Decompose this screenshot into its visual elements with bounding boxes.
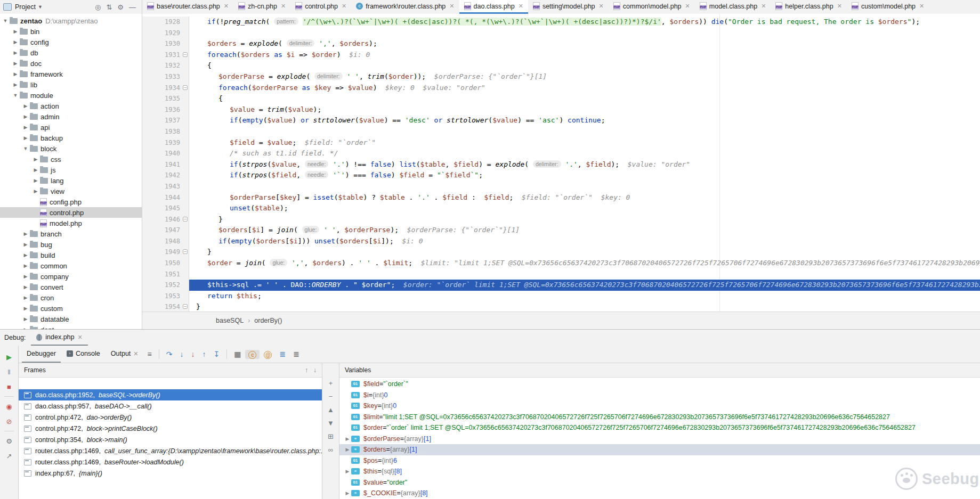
chevron-right-icon[interactable]: ▶	[22, 263, 29, 268]
collapse-all-icon[interactable]: ⇅	[106, 3, 112, 11]
chevron-right-icon[interactable]: ▶	[22, 295, 29, 300]
code-line-1939[interactable]: 1939$field = $value; $field: "`order`"	[142, 137, 980, 149]
chevron-right-icon[interactable]: ▶	[344, 469, 351, 474]
code-text[interactable]: $order = join( glue: ',', $orders) . ' '…	[189, 258, 980, 269]
frame-row[interactable]: router.class.php:1469,baseRouter->loadMo…	[19, 456, 322, 468]
code-line-1945[interactable]: 1945unset($table);	[142, 203, 980, 214]
tree-item-backup[interactable]: ▶backup	[0, 133, 142, 143]
chevron-right-icon[interactable]: ▶	[33, 167, 39, 173]
chevron-right-icon[interactable]: ▶	[33, 189, 39, 194]
code-text[interactable]: if(strpos($value, needle: '.') !== false…	[189, 159, 980, 170]
variable-row[interactable]: 01$key = {int} 0	[339, 400, 980, 412]
code-line-1941[interactable]: 1941if(strpos($value, needle: '.') !== f…	[142, 159, 980, 170]
code-text[interactable]: }	[189, 301, 980, 312]
pin-icon[interactable]: ↗	[6, 448, 12, 463]
chevron-right-icon[interactable]: ▶	[12, 50, 19, 55]
variables-list[interactable]: 01$field = "`order`"01$i = {int} 001$key…	[339, 378, 980, 499]
remove-watch-icon[interactable]: −	[329, 392, 333, 406]
tree-item-bug[interactable]: ▶bug	[0, 239, 142, 250]
chevron-right-icon[interactable]: ▶	[22, 231, 29, 236]
stop-icon[interactable]: ■	[7, 379, 11, 394]
numbered-list-icon[interactable]: ≣	[276, 350, 289, 358]
frame-row[interactable]: control.php:472,block->printCaseBlock()	[19, 423, 322, 434]
tree-item-convert[interactable]: ▶convert	[0, 282, 142, 292]
variable-row[interactable]: 01$field = "`order`"	[339, 379, 980, 390]
code-line-1947[interactable]: 1947$orders[$i] = join( glue: ' ', $orde…	[142, 225, 980, 236]
code-line-1954[interactable]: 1954–}	[142, 301, 980, 312]
code-text[interactable]: if(strpos($field, needle: '`') === false…	[189, 170, 980, 181]
editor-tab[interactable]: setting\model.php✕	[528, 0, 609, 14]
debug-tab-debugger[interactable]: Debugger	[22, 346, 61, 363]
code-text[interactable]	[189, 126, 980, 137]
chevron-right-icon[interactable]: ▶	[22, 242, 29, 247]
tree-item-lib[interactable]: ▶lib	[0, 79, 142, 90]
settings-icon[interactable]: ⚙	[6, 433, 12, 448]
close-icon[interactable]: ✕	[919, 3, 924, 10]
code-text[interactable]: $orderParse[$key] = isset($table) ? $tab…	[189, 192, 980, 203]
variable-row[interactable]: ▶≡$orderParse = {array} [1]	[339, 433, 980, 445]
tree-item-branch[interactable]: ▶branch	[0, 228, 142, 239]
tree-item-db[interactable]: ▶db	[0, 47, 142, 58]
add-to-watches-icon[interactable]: ≣	[290, 350, 303, 358]
view-as-table-icon[interactable]: ▦	[231, 350, 244, 358]
close-icon[interactable]: ✕	[449, 3, 454, 10]
frame-up-icon[interactable]: ↑	[305, 366, 308, 374]
close-icon[interactable]: ✕	[133, 350, 138, 357]
code-text[interactable]	[189, 181, 980, 192]
close-icon[interactable]: ✕	[78, 334, 83, 341]
run-to-cursor-icon[interactable]: ↧	[210, 350, 223, 358]
toggle-char-icon[interactable]: c	[245, 350, 260, 359]
tree-item-custom[interactable]: ▶custom	[0, 303, 142, 314]
close-icon[interactable]: ✕	[342, 3, 346, 10]
code-text[interactable]: if(empty($value) or strtolower($value) =…	[189, 115, 980, 126]
frames-list[interactable]: dao.class.php:1952,baseSQL->orderBy()dao…	[19, 378, 322, 499]
code-line-1949[interactable]: 1949–}	[142, 247, 980, 258]
frame-row[interactable]: control.php:472,dao->orderBy()	[19, 412, 322, 423]
code-line-1944[interactable]: 1944$orderParse[$key] = isset($table) ? …	[142, 192, 980, 203]
code-line-1938[interactable]: 1938	[142, 126, 980, 137]
chevron-right-icon[interactable]: ▶	[344, 490, 351, 496]
code-editor[interactable]: 1928if(!preg_match( pattern: '/^(\w+\.)?…	[142, 14, 980, 312]
chevron-right-icon[interactable]: ▶	[22, 252, 29, 258]
chevron-right-icon[interactable]: ▶	[12, 29, 19, 34]
code-line-1937[interactable]: 1937if(empty($value) or strtolower($valu…	[142, 115, 980, 126]
tree-item-cron[interactable]: ▶cron	[0, 292, 142, 303]
fold-marker-icon[interactable]: –	[183, 217, 188, 222]
code-text[interactable]: $value = trim($value);	[189, 104, 980, 116]
tree-item-datatable[interactable]: ▶datatable	[0, 314, 142, 324]
chevron-right-icon[interactable]: ▶	[22, 284, 29, 290]
code-text[interactable]: if(empty($orders[$i])) unset($orders[$i]…	[189, 236, 980, 247]
tree-item-company[interactable]: ▶company	[0, 271, 142, 282]
code-text[interactable]: $field = $value; $field: "`order`"	[189, 137, 980, 149]
tree-item-lang[interactable]: ▶lang	[0, 175, 142, 186]
variable-row[interactable]: 01$pos = {int} 6	[339, 455, 980, 467]
hide-panel-icon[interactable]: —	[129, 3, 136, 11]
code-text[interactable]	[189, 28, 980, 39]
tree-item-control-php[interactable]: control.php	[0, 207, 142, 218]
variable-row[interactable]: ▶≡$this = {sql} [8]	[339, 466, 980, 477]
close-icon[interactable]: ✕	[599, 3, 604, 10]
code-lines[interactable]: 1928if(!preg_match( pattern: '/^(\w+\.)?…	[142, 14, 980, 312]
fold-marker-icon[interactable]: –	[183, 304, 188, 309]
code-line-1936[interactable]: 1936$value = trim($value);	[142, 104, 980, 116]
debug-tab-output[interactable]: Output✕	[106, 346, 143, 363]
code-line-1948[interactable]: 1948if(empty($orders[$i])) unset($orders…	[142, 236, 980, 247]
chevron-down-icon[interactable]: ▼	[12, 93, 19, 98]
chevron-right-icon[interactable]: ▶	[22, 316, 29, 322]
fold-marker-icon[interactable]: –	[183, 85, 188, 90]
tree-item-view[interactable]: ▶view	[0, 186, 142, 197]
code-line-1929[interactable]: 1929	[142, 28, 980, 39]
code-text[interactable]: return $this;	[189, 291, 980, 302]
code-text[interactable]: $orderParse = explode( delimiter: ' ', t…	[189, 71, 980, 83]
tree-item-model-php[interactable]: model.php	[0, 218, 142, 228]
code-line-1952[interactable]: 1952$this->sql .= ' ' . DAO::ORDERBY . "…	[142, 280, 980, 291]
code-text[interactable]: $orders[$i] = join( glue: ' ', $orderPar…	[189, 225, 980, 236]
editor-tab[interactable]: model.class.php✕	[695, 0, 771, 14]
code-text[interactable]: {	[189, 93, 980, 104]
chevron-right-icon[interactable]: ▶	[22, 103, 29, 109]
code-text[interactable]: }	[189, 214, 980, 225]
variable-row[interactable]: 01$value = "order"	[339, 477, 980, 488]
chevron-right-icon[interactable]: ▶	[344, 447, 351, 452]
locate-icon[interactable]: ◎	[95, 3, 101, 11]
chevron-right-icon[interactable]: ▶	[33, 178, 39, 183]
